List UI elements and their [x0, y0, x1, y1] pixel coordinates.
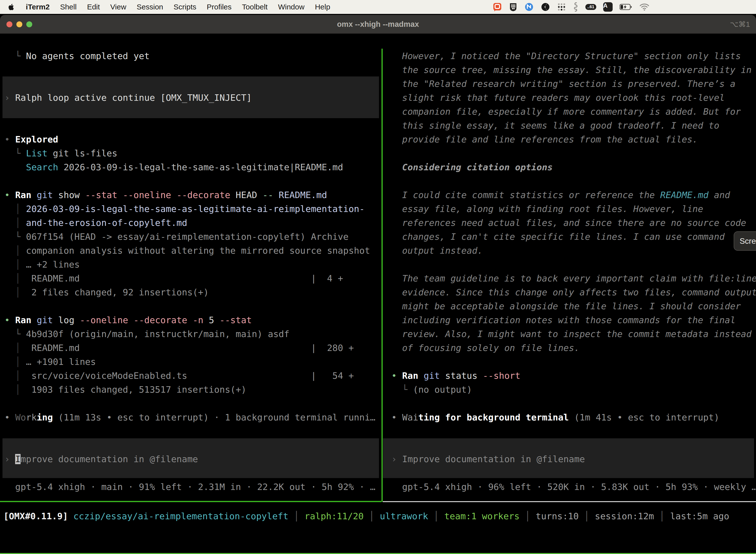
menu-bar: iTerm2ShellEditViewSessionScriptsProfile… [0, 0, 756, 14]
dots-grid-icon[interactable] [557, 2, 566, 11]
text-segment: --stat [85, 190, 117, 200]
terminal-line: The team guideline is to back every impo… [391, 272, 756, 285]
text-segment: 2026-03-09-is-legal-the-same-as-legitima… [58, 162, 343, 172]
text-segment: 067f154 (HEAD -> essay/ai-reimplementati… [26, 232, 349, 242]
terminal-line: • Working (11m 13s • esc to interrupt) ·… [4, 410, 376, 425]
terminal-line: │ README.md| 4 + [4, 272, 343, 285]
text-segment: • [4, 134, 15, 145]
text-segment: including verification notes with those … [391, 315, 736, 325]
text-segment: output instead. [391, 245, 483, 256]
screen-share-overlay[interactable]: Scre [734, 231, 756, 251]
text-segment: • [4, 190, 15, 200]
text-segment: I [15, 454, 20, 464]
text-segment: turns:10 [536, 511, 579, 521]
text-segment: cczip/essay/ai-reimplementation-copyleft [73, 511, 289, 521]
terminal-line: gpt-5.4 xhigh · main · 91% left · 2.31M … [4, 480, 376, 494]
menu-item-help[interactable]: Help [315, 3, 330, 11]
crescent-icon[interactable] [541, 2, 550, 12]
percent-badge-icon[interactable]: ..61 [585, 4, 596, 10]
text-segment: › [4, 454, 15, 464]
terminal-line: review. Also, I might want to inspect th… [391, 327, 752, 341]
terminal-line: └ List git ls-files [4, 147, 117, 160]
window-title-bar: omx --xhigh --madmax ⌥⌘1 [0, 15, 756, 34]
pane-divider[interactable] [381, 49, 383, 502]
text-segment: │ [4, 343, 31, 353]
terminal-line: │ 1903 files changed, 513517 insertions(… [4, 383, 246, 397]
text-segment: 1903 files changed, 513517 insertions(+) [31, 384, 246, 395]
text-segment: team:1 workers [444, 511, 519, 521]
text-segment: git ls-files [47, 148, 117, 158]
terminal-line: the source tree, missing the essay. Stil… [391, 63, 752, 77]
text-segment: │ [4, 287, 31, 297]
text-segment: 4b9d30f (origin/main, instructkr/main, m… [26, 329, 290, 339]
window-title: omx --xhigh --madmax [0, 15, 756, 34]
text-segment: └ [4, 232, 26, 242]
menu-item-toolbelt[interactable]: Toolbelt [242, 3, 268, 11]
terminal-line: • Waiting for background terminal (1m 41… [391, 410, 719, 425]
text-segment: session:12m [595, 511, 654, 521]
menu-item-profiles[interactable]: Profiles [207, 3, 232, 11]
terminal-line: │ … +2 lines [4, 258, 80, 272]
terminal-line: provide file and line references from th… [391, 132, 698, 147]
text-segment: … +2 lines [26, 259, 80, 270]
screen-share-overlay-label: Scre [740, 236, 756, 246]
screen-record-icon[interactable] [493, 2, 502, 12]
terminal-line: Considering citation options [391, 160, 553, 174]
text-segment: I could cite commit statistics or refere… [391, 190, 660, 200]
blue-badge-icon[interactable] [524, 2, 534, 12]
terminal-line: │ 2 files changed, 92 insertions(+) [4, 285, 209, 299]
text-segment: │ [4, 245, 26, 256]
terminal-line: │ src/voice/voiceModeEnabled.ts| 54 + [4, 369, 354, 383]
text-segment: However, I noticed the "Directory Struct… [391, 51, 741, 61]
text-segment: The team guideline is to back every impo… [391, 273, 756, 283]
text-segment: the "Related research writing" section i… [391, 79, 736, 89]
text-segment: provide file and line references from th… [391, 134, 698, 145]
text-segment: essay file, along with finding root file… [391, 204, 703, 214]
wifi-icon[interactable] [639, 3, 649, 11]
input-source-icon[interactable]: A [603, 2, 613, 12]
terminal-line: this single essay, it seems like a good … [391, 119, 719, 132]
text-segment [4, 162, 26, 172]
grid-shield-icon[interactable] [509, 2, 517, 12]
apple-menu-icon[interactable] [8, 3, 14, 11]
text-segment: mprove documentation in @filename [20, 454, 198, 464]
terminal-line: └ No agents completed yet [4, 49, 149, 63]
text-segment: › [4, 93, 15, 103]
text-segment: | 54 + [311, 371, 354, 381]
terminal-line: │ README.md| 280 + [4, 341, 354, 355]
text-segment: might be acceptable alongside the file l… [391, 301, 741, 311]
terminal-line: output instead. [391, 244, 483, 258]
menu-item-shell[interactable]: Shell [60, 3, 77, 11]
terminal-line: of focusing solely on file lines. [391, 341, 580, 355]
tmux-window-label[interactable]: [omx-cczip0:bash* [2, 553, 93, 554]
menu-item-view[interactable]: View [110, 3, 126, 11]
battery-icon[interactable] [620, 4, 632, 10]
text-segment [418, 371, 424, 381]
terminal-line: › Improve documentation in @filename [4, 452, 198, 466]
menu-item-session[interactable]: Session [137, 3, 163, 11]
text-segment: │ [289, 511, 305, 521]
menu-item-app[interactable]: iTerm2 [26, 3, 50, 11]
text-segment: • [391, 412, 402, 423]
terminal-line: essay file, along with finding root file… [391, 202, 703, 216]
text-segment: --oneline [123, 190, 171, 200]
terminal-line: the "Related research writing" section i… [391, 77, 736, 91]
text-segment: git [37, 190, 53, 200]
text-segment: Ran [15, 190, 31, 200]
window-shortcut-badge: ⌥⌘1 [730, 15, 750, 34]
text-segment: No agents completed yet [26, 51, 150, 61]
text-segment: ultrawork [380, 511, 428, 521]
text-segment: README.md [273, 190, 327, 200]
menu-item-edit[interactable]: Edit [87, 3, 100, 11]
text-segment: slight risk that future readers may over… [391, 93, 725, 103]
menu-item-scripts[interactable]: Scripts [174, 3, 196, 11]
text-segment: this single essay, it seems like a good … [391, 120, 719, 130]
squiggle-icon[interactable] [573, 2, 578, 12]
terminal-line: • Ran git status --short [391, 369, 520, 383]
text-segment: evidence. Since this change only affects… [391, 287, 756, 297]
text-segment: Ralph loop active continue [OMX_TMUX_INJ… [15, 93, 252, 103]
terminal-line: │ and-the-erosion-of-copyleft.md [4, 216, 187, 230]
text-segment: git [37, 315, 53, 325]
text-segment: README.md [660, 190, 709, 200]
menu-item-window[interactable]: Window [278, 3, 305, 11]
